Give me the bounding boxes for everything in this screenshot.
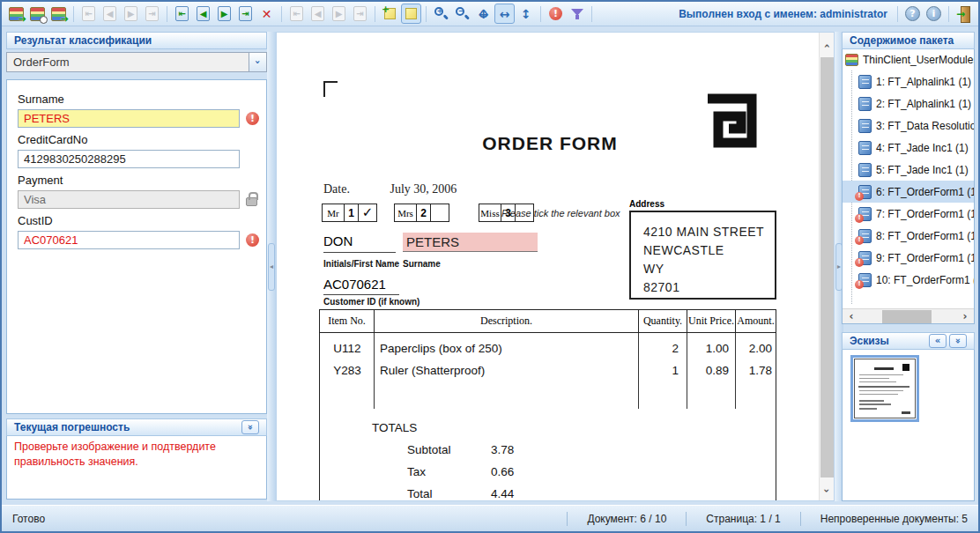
- tree-item[interactable]: 2: FT_Alphalink1 (1): [843, 93, 974, 115]
- total-row-value: 4.44: [491, 487, 514, 500]
- table-row: U112 Paperclips (box of 250) 2 1.00 2.00: [320, 342, 776, 355]
- fit-page-button[interactable]: ↔↕: [473, 4, 494, 24]
- chevron-up-icon: ›: [821, 44, 832, 48]
- current-error-title: Текущая погрешность: [14, 421, 130, 433]
- toolbar-separator: [897, 6, 898, 22]
- fit-width-button[interactable]: ↔: [494, 4, 515, 24]
- scrollbar-thumb[interactable]: [820, 57, 834, 477]
- collapse-left-button[interactable]: «: [929, 334, 947, 348]
- delete-document-button[interactable]: ✕: [256, 4, 277, 24]
- prev-batch-button-disabled: ◀: [100, 4, 120, 24]
- total-row-label: Subtotal: [407, 443, 451, 456]
- defer-batch-icon[interactable]: [27, 4, 48, 24]
- collapse-panel-button[interactable]: «: [241, 420, 259, 434]
- scrollbar-thumb[interactable]: [882, 310, 932, 323]
- surname-highlight-field[interactable]: PETERS: [403, 233, 538, 252]
- get-batch-icon[interactable]: ➜: [6, 4, 26, 24]
- collapse-down-button[interactable]: «: [949, 334, 967, 348]
- tick-note: Please tick the relevant box: [501, 208, 620, 218]
- customer-id-value: AC070621: [323, 277, 399, 295]
- tree-item[interactable]: !8: FT_OrderForm1 (1): [843, 225, 974, 247]
- funnel-icon: [570, 8, 584, 20]
- creditcard-field[interactable]: [18, 150, 240, 168]
- col-header: Description.: [375, 310, 639, 332]
- surname-field[interactable]: [18, 109, 240, 128]
- classification-combobox[interactable]: OrderForm ›: [6, 52, 267, 72]
- tree-item[interactable]: !7: FT_OrderForm1 (1): [843, 203, 974, 225]
- fit-page-icon: ↔↕: [477, 7, 491, 21]
- about-button[interactable]: i: [924, 4, 944, 24]
- zoom-in-icon: +: [434, 6, 449, 21]
- viewer-vertical-scrollbar[interactable]: › ›: [819, 33, 834, 500]
- tree-horizontal-scrollbar[interactable]: ‹ ›: [843, 308, 974, 323]
- document-icon: [858, 97, 872, 111]
- tree-item-selected[interactable]: !6: FT_OrderForm1 (1): [843, 181, 974, 203]
- tick-label: Mrs: [395, 204, 417, 221]
- scroll-left-button[interactable]: ‹: [844, 309, 858, 323]
- last-document-button[interactable]: ⇥: [235, 4, 256, 24]
- zoom-in-button[interactable]: +: [431, 4, 451, 24]
- table-row: Y283 Ruler (Shatterproof) 1 0.89 1.78: [320, 364, 776, 377]
- page-thumbnail-selected[interactable]: [850, 355, 919, 422]
- document-icon: [858, 163, 872, 177]
- send-batch-icon[interactable]: ➜: [48, 4, 69, 24]
- item-unit-price: 0.89: [687, 364, 736, 377]
- logout-button[interactable]: →: [954, 4, 974, 24]
- total-row-value: 0.66: [491, 465, 514, 478]
- tree-item[interactable]: !10: FT_OrderForm1 (1): [843, 269, 974, 291]
- status-unverified-count: Непроверенные документы: 5: [820, 513, 968, 525]
- combo-dropdown-button[interactable]: ›: [249, 53, 266, 71]
- tree-item[interactable]: !9: FT_OrderForm1 (1): [843, 247, 974, 269]
- tree-item[interactable]: 4: FT_Jade Inc1 (1): [843, 137, 974, 159]
- batch-arrow-icon: ➜: [19, 14, 26, 24]
- field-error-icon: !: [246, 112, 259, 125]
- field-error-icon: !: [246, 233, 259, 247]
- tree-item[interactable]: 3: FT_Data Resolutions: [843, 115, 974, 137]
- chevron-down-icon: ›: [821, 489, 832, 493]
- help-icon: ?: [905, 6, 920, 21]
- next-document-button[interactable]: ▶: [214, 4, 234, 24]
- tick-number: 1: [345, 204, 359, 221]
- exit-door-icon: →: [957, 6, 970, 21]
- tree-item[interactable]: 1: FT_Alphalink1 (1): [843, 70, 974, 93]
- tick-label: Mr: [323, 204, 345, 221]
- show-errors-button[interactable]: !: [546, 4, 566, 24]
- classification-panel: Результат классификации OrderForm › Surn…: [6, 32, 267, 501]
- current-error-header: Текущая погрешность «: [6, 418, 267, 436]
- document-error-icon: !: [858, 273, 872, 287]
- error-message: Проверьте изображение и подтвердите прав…: [6, 436, 267, 500]
- first-document-button[interactable]: ⇤: [172, 4, 192, 24]
- show-notes-button[interactable]: [401, 4, 421, 24]
- item-no: U112: [320, 342, 375, 355]
- tree-item-label: 3: FT_Data Resolutions: [876, 120, 974, 132]
- tree-item-label: 2: FT_Alphalink1 (1): [876, 98, 971, 110]
- scroll-right-button[interactable]: ›: [958, 309, 972, 323]
- chevron-double-left-icon: «: [935, 337, 940, 345]
- fields-panel: Surname ! CreditCardNo Payment CustID !: [6, 79, 267, 414]
- last-icon: ⇥: [241, 10, 249, 19]
- left-splitter[interactable]: ◂: [267, 32, 276, 501]
- scroll-up-button[interactable]: ›: [820, 38, 835, 54]
- next-icon: ▶: [128, 10, 135, 19]
- batch-arrow-icon: ➜: [61, 14, 69, 24]
- help-button[interactable]: ?: [902, 4, 923, 24]
- chevron-left-icon: ‹: [850, 311, 854, 322]
- splitter-handle[interactable]: ◂: [268, 243, 275, 291]
- tree-item-label: 4: FT_Jade Inc1 (1): [876, 142, 969, 154]
- total-row-value: 3.78: [491, 443, 514, 456]
- add-note-button[interactable]: +: [380, 4, 400, 24]
- col-header: Item No.: [320, 310, 375, 332]
- tick-number: 2: [417, 204, 431, 221]
- customer-id-label: Customer ID (if known): [323, 297, 419, 307]
- zoom-out-button[interactable]: −: [452, 4, 472, 24]
- fit-height-button[interactable]: ↕: [516, 4, 536, 24]
- item-no: Y283: [320, 364, 375, 377]
- scroll-down-button[interactable]: ›: [820, 483, 835, 499]
- filter-button[interactable]: [567, 4, 587, 24]
- toolbar-separator: [73, 6, 74, 22]
- tree-item-label: 7: FT_OrderForm1 (1): [876, 208, 974, 220]
- prev-document-button[interactable]: ◀: [193, 4, 213, 24]
- custid-field[interactable]: [18, 231, 240, 249]
- tree-item[interactable]: 5: FT_Jade Inc1 (1): [843, 159, 974, 181]
- tree-root[interactable]: ThinClient_UserModules_(: [843, 49, 974, 70]
